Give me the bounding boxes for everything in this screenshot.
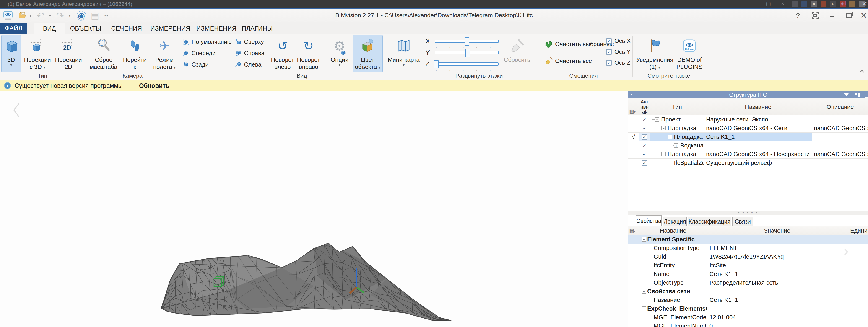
prop-column-value[interactable]: Значение	[707, 226, 847, 235]
tree-name-cell[interactable]: nanoCAD GeoniCS x64 - Сети	[704, 124, 812, 132]
viewport-3d[interactable]	[0, 91, 628, 327]
selection-mode-icon[interactable]: ◉	[76, 11, 86, 21]
expander-icon[interactable]: −	[642, 289, 646, 294]
tab-objects[interactable]: ОБЪЕКТЫ	[68, 23, 103, 34]
undo-button[interactable]: ↶	[36, 10, 44, 21]
close-button[interactable]: ✕	[858, 11, 868, 20]
tree-type-cell[interactable]: +Водканал	[650, 141, 704, 150]
view-top-button[interactable]: Сверху	[235, 36, 264, 47]
property-name-cell[interactable]: −Element Specific	[639, 235, 707, 243]
tree-desc-cell[interactable]: nanoCAD GeoniCS x6..	[812, 150, 868, 158]
axis-checkbox-y[interactable]: ✓	[606, 49, 612, 55]
property-value-cell[interactable]: Сеть K1_1	[707, 270, 847, 278]
pan-left-chevron[interactable]	[12, 102, 20, 118]
column-chooser-icon[interactable]: ▦▾	[628, 226, 639, 235]
demo-plugins-button[interactable]: BIMvision DEMO of PLUGINS	[675, 35, 704, 72]
ifc-tree-row[interactable]: ✓ −Площадка nanoCAD GeoniCS x64 - Поверх…	[628, 150, 868, 159]
minimap-button[interactable]: Мини-карта ▾	[385, 35, 422, 72]
view-3d-button[interactable]: 3D ▾	[1, 35, 21, 72]
floors-slider-x[interactable]	[435, 40, 499, 43]
expander-icon[interactable]: −	[661, 126, 666, 130]
visibility-checkbox[interactable]: ✓	[642, 160, 647, 166]
visibility-checkbox[interactable]: ✓	[642, 126, 647, 131]
property-value-cell[interactable]: 0	[707, 322, 847, 327]
ifc-tree-row[interactable]: ✓ +Водканал	[628, 141, 868, 150]
ifc-structure-titlebar[interactable]: Структура IFC	[628, 91, 868, 98]
tab-changes[interactable]: ИЗМЕНЕНИЯ	[196, 23, 236, 34]
view-left-button[interactable]: Слева	[235, 59, 261, 70]
minimize-button[interactable]: –	[826, 11, 838, 20]
floors-slider-y[interactable]	[435, 51, 499, 54]
update-button[interactable]: Обновить	[139, 82, 170, 89]
property-name-cell[interactable]: IfcEntity	[639, 261, 707, 269]
visibility-checkbox[interactable]: ✓	[642, 134, 647, 140]
panel-dropdown-icon[interactable]	[844, 93, 848, 96]
property-name-cell[interactable]: MGE_ElementNumber	[639, 322, 707, 327]
tab-view[interactable]: ВИД	[34, 23, 65, 34]
property-name-cell[interactable]: CompositionType	[639, 244, 707, 252]
tree-desc-cell[interactable]	[812, 115, 868, 124]
projections-2d-button[interactable]: 2D Проекции 2D	[53, 35, 84, 72]
prop-column-name[interactable]: Название	[639, 226, 707, 235]
axis-x-check[interactable]: ✓ Ось X	[606, 37, 630, 44]
property-value-cell[interactable]	[707, 287, 847, 296]
tree-name-cell[interactable]	[704, 141, 812, 150]
ifc-tree-row[interactable]: ✓ −Проект Наружные сети. Экспо	[628, 115, 868, 124]
column-header-name[interactable]: Название	[704, 98, 812, 115]
property-row[interactable]: Название Сеть K1_1	[628, 296, 868, 304]
tree-desc-cell[interactable]	[812, 159, 868, 167]
object-color-button[interactable]: Цвет объекта ▾	[352, 35, 383, 72]
property-value-cell[interactable]: 12.01.004	[707, 313, 847, 322]
axis-checkbox-x[interactable]: ✓	[606, 38, 612, 44]
clear-all-button[interactable]: Очистить все	[545, 56, 592, 66]
fullscreen-button[interactable]	[809, 11, 822, 20]
tree-type-cell[interactable]: −Площадка	[650, 124, 704, 132]
view-back-button[interactable]: Сзади	[183, 59, 209, 70]
property-value-cell[interactable]: Распределительная сеть	[707, 279, 847, 287]
undo-dropdown[interactable]: ▼	[48, 10, 52, 21]
property-value-cell[interactable]	[707, 304, 847, 313]
property-value-cell[interactable]: Сеть K1_1	[707, 296, 847, 304]
column-header-type[interactable]: Тип	[650, 98, 704, 115]
go-to-button[interactable]: Перейти к	[121, 35, 149, 72]
property-name-cell[interactable]: Название	[639, 296, 707, 304]
help-button[interactable]: ?	[792, 11, 804, 20]
panel-splitter[interactable]: • • • • •	[628, 211, 868, 216]
redo-button[interactable]: ↷	[56, 10, 64, 21]
property-row[interactable]: MGE_ElementCode 12.01.004	[628, 313, 868, 322]
restore-button[interactable]	[843, 11, 855, 20]
flight-mode-button[interactable]: ✈ Режим полета ▾	[150, 35, 179, 72]
collapse-ribbon-button[interactable]	[859, 69, 865, 73]
rotate-right-button[interactable]: ↻ Поворот вправо	[297, 35, 321, 72]
report-button[interactable]: ▤	[91, 10, 99, 21]
tree-name-cell[interactable]: nanoCAD GeoniCS x64 - Поверхности	[704, 150, 812, 158]
column-chooser-icon[interactable]: ▦▾	[628, 98, 639, 115]
panel-edge-icon[interactable]	[865, 93, 868, 98]
tree-desc-cell[interactable]	[812, 133, 868, 141]
property-name-cell[interactable]: Guid	[639, 253, 707, 261]
property-row[interactable]: IfcEntity IfcSite	[628, 261, 868, 270]
tree-view-icon[interactable]	[855, 92, 861, 98]
options-button[interactable]: ⚙ Опции ▾	[328, 35, 351, 72]
open-file-button[interactable]	[18, 10, 27, 21]
tree-type-cell[interactable]: −Площадка	[650, 133, 704, 141]
property-row[interactable]: ObjectType Распределительная сеть	[628, 279, 868, 287]
tab-relations[interactable]: Связи	[732, 217, 753, 226]
ifc-tree-row[interactable]: ✓ IfcSpatialZone Существующий рельеф	[628, 159, 868, 167]
visibility-checkbox[interactable]: ✓	[642, 117, 647, 122]
tree-type-cell[interactable]: IfcSpatialZone	[650, 159, 704, 167]
property-name-cell[interactable]: MGE_ElementCode	[639, 313, 707, 322]
axis-z-check[interactable]: ✓ Ось Z	[606, 59, 630, 66]
column-header-active[interactable]: Активный	[639, 98, 650, 115]
axis-y-check[interactable]: ✓ Ось Y	[606, 48, 630, 55]
projections-3d-button[interactable]: Проекции с 3D ▾	[22, 35, 53, 72]
property-row[interactable]: MGE_ElementNumber 0	[628, 322, 868, 327]
tree-desc-cell[interactable]: nanoCAD GeoniCS x6..	[812, 124, 868, 132]
rotate-left-button[interactable]: ↺ Поворот влево	[271, 35, 294, 72]
tree-type-cell[interactable]: −Проект	[650, 115, 704, 124]
view-default-button[interactable]: По умолчанию	[183, 36, 232, 47]
property-name-cell[interactable]: −ExpCheck_ElementsCommon	[639, 304, 707, 313]
tab-classification[interactable]: Классификация	[688, 217, 731, 226]
tree-name-cell[interactable]: Существующий рельеф	[704, 159, 812, 167]
property-name-cell[interactable]: Name	[639, 270, 707, 278]
